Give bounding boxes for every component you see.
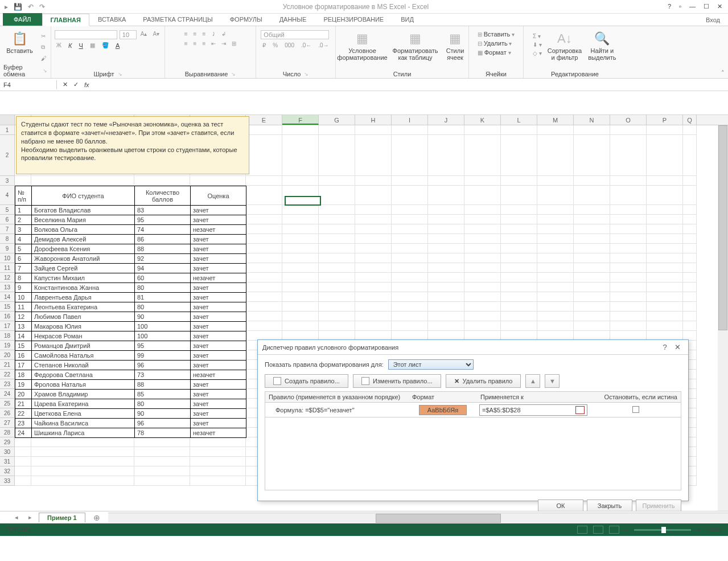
align-left-icon[interactable]: ≡ (183, 40, 190, 47)
shrink-font-icon[interactable]: A▾ (151, 30, 162, 39)
wrap-text-icon[interactable]: ↲ (220, 30, 228, 38)
percent-icon[interactable]: % (271, 42, 279, 49)
save-icon[interactable]: 💾 (14, 3, 22, 11)
maximize-icon[interactable]: ☐ (704, 3, 709, 10)
scope-select[interactable]: Этот лист (388, 359, 474, 370)
tab-data[interactable]: ДАННЫЕ (271, 13, 315, 26)
delete-cells-button[interactable]: ⊟ Удалить ▾ (476, 39, 514, 47)
dec-decimal-icon[interactable]: .0→ (316, 42, 330, 49)
delete-rule-button[interactable]: ✕Удалить правило (446, 374, 521, 388)
format-cells-button[interactable]: ▦ Формат ▾ (476, 48, 513, 56)
collapse-ribbon-icon[interactable]: ˄ (721, 69, 725, 77)
clipboard-launcher-icon[interactable]: ↘ (43, 68, 47, 73)
move-down-button[interactable]: ▼ (545, 374, 560, 388)
grow-font-icon[interactable]: A▴ (139, 30, 149, 39)
paste-button[interactable]: 📋Вставить (3, 30, 37, 55)
font-name-select[interactable] (55, 30, 117, 39)
format-as-table-button[interactable]: ▦Форматировать как таблицу (392, 30, 439, 62)
orientation-icon[interactable]: ⤸ (209, 30, 217, 38)
inc-decimal-icon[interactable]: .0← (299, 42, 313, 49)
range-picker-icon[interactable] (575, 406, 585, 414)
dialog-close-icon[interactable]: ✕ (671, 343, 684, 351)
align-right-icon[interactable]: ≡ (200, 40, 207, 47)
cut-icon[interactable]: ✂ (39, 32, 48, 40)
page-layout-view-icon[interactable] (593, 526, 603, 534)
comma-icon[interactable]: 000 (283, 42, 296, 49)
font-size-select[interactable]: 10 (120, 30, 137, 39)
formula-bar[interactable] (0, 91, 728, 115)
clear-icon[interactable]: ◇ ▾ (531, 50, 544, 57)
horizontal-scrollbar[interactable] (108, 513, 728, 523)
cell-styles-button[interactable]: ▦Стили ячеек (442, 30, 469, 62)
zoom-slider[interactable] (634, 529, 691, 531)
tab-review[interactable]: РЕЦЕНЗИРОВАНИЕ (315, 13, 392, 26)
ribbon-options-icon[interactable]: ▫ (679, 3, 681, 10)
italic-icon[interactable]: К (67, 42, 73, 50)
fill-icon[interactable]: ⬇ ▾ (531, 41, 544, 48)
merge-icon[interactable]: ⊞ (230, 40, 238, 47)
find-select-button[interactable]: 🔍Найти и выделить (586, 30, 619, 62)
indent-inc-icon[interactable]: ⇥ (220, 40, 228, 47)
worksheet[interactable]: ABCDEFGHIJKLMNOPQ 1234567891011121314151… (0, 115, 728, 511)
tab-insert[interactable]: ВСТАВКА (89, 13, 134, 26)
signin-link[interactable]: Вход (698, 14, 728, 26)
tab-view[interactable]: ВИД (392, 13, 422, 26)
border-icon[interactable]: ▦ (88, 42, 97, 50)
indent-dec-icon[interactable]: ⇤ (209, 40, 217, 47)
close-button[interactable]: Закрыть (587, 499, 632, 511)
zoom-in-icon[interactable]: + (697, 526, 700, 533)
help-icon[interactable]: ? (668, 3, 671, 10)
student-table: № п/пФИО студентаКоличество балловОценка… (15, 186, 246, 438)
align-bottom-icon[interactable]: ≡ (200, 30, 207, 38)
align-launcher-icon[interactable]: ↘ (231, 71, 236, 77)
sort-filter-button[interactable]: A↓Сортировка и фильтр (546, 30, 583, 62)
add-sheet-icon[interactable]: ⊕ (89, 513, 105, 522)
applies-to-input[interactable]: =$A$5:$D$28 (479, 404, 587, 416)
zoom-out-icon[interactable]: − (625, 526, 628, 533)
tab-file[interactable]: ФАЙЛ (3, 13, 42, 26)
copy-icon[interactable]: ⧉ (39, 43, 48, 51)
autosum-icon[interactable]: Σ ▾ (531, 32, 544, 40)
tab-home[interactable]: ГЛАВНАЯ (42, 14, 89, 26)
page-break-view-icon[interactable] (609, 526, 619, 534)
align-top-icon[interactable]: ≡ (183, 30, 190, 38)
rule-row[interactable]: Формула: =$D$5="незачет" АаBbБбЯя =$A$5:… (265, 403, 681, 417)
cancel-formula-icon[interactable]: ✕ (63, 81, 68, 88)
normal-view-icon[interactable] (577, 526, 587, 534)
dialog-title: Диспетчер правил условного форматировани… (262, 344, 398, 351)
underline-icon[interactable]: Ч (77, 42, 85, 50)
align-center-icon[interactable]: ≡ (192, 40, 199, 47)
number-format-select[interactable]: Общий (261, 30, 329, 39)
currency-icon[interactable]: ₽ (261, 42, 268, 49)
new-rule-button[interactable]: Создать правило... (265, 374, 348, 388)
tab-nav-next-icon[interactable]: ▸ (25, 514, 35, 521)
conditional-formatting-button[interactable]: ▦Условное форматирование (336, 30, 389, 62)
font-launcher-icon[interactable]: ↘ (118, 71, 122, 77)
apply-button[interactable]: Применить (636, 499, 681, 511)
tab-formulas[interactable]: ФОРМУЛЫ (221, 13, 271, 26)
fill-color-icon[interactable]: 🪣 (100, 42, 110, 50)
insert-cells-button[interactable]: ⊞ Вставить ▾ (476, 30, 516, 38)
stop-if-true-checkbox[interactable] (632, 406, 639, 413)
sheet-tab[interactable]: Пример 1 (39, 513, 85, 522)
vertical-scrollbar[interactable] (718, 125, 728, 511)
minimize-icon[interactable]: — (689, 3, 696, 10)
tab-nav-prev-icon[interactable]: ◂ (11, 514, 22, 521)
tab-layout[interactable]: РАЗМЕТКА СТРАНИЦЫ (134, 13, 221, 26)
move-up-button[interactable]: ▲ (525, 374, 540, 388)
name-box[interactable]: F4 (0, 80, 57, 89)
bold-icon[interactable]: Ж (55, 42, 63, 50)
ok-button[interactable]: ОК (538, 499, 583, 511)
fx-icon[interactable]: fx (84, 81, 89, 88)
col-rule-header: Правило (применяется в указанном порядке… (265, 392, 409, 402)
dialog-help-icon[interactable]: ? (659, 343, 671, 351)
font-color-icon[interactable]: A (114, 42, 121, 50)
align-middle-icon[interactable]: ≡ (192, 30, 199, 38)
number-launcher-icon[interactable]: ↘ (304, 71, 309, 77)
undo-icon[interactable]: ↶ (28, 3, 34, 11)
format-painter-icon[interactable]: 🖌 (39, 55, 48, 62)
enter-formula-icon[interactable]: ✓ (73, 81, 79, 88)
edit-rule-button[interactable]: Изменить правило... (353, 374, 441, 388)
redo-icon[interactable]: ↷ (39, 3, 45, 11)
close-icon[interactable]: ✕ (717, 3, 722, 10)
